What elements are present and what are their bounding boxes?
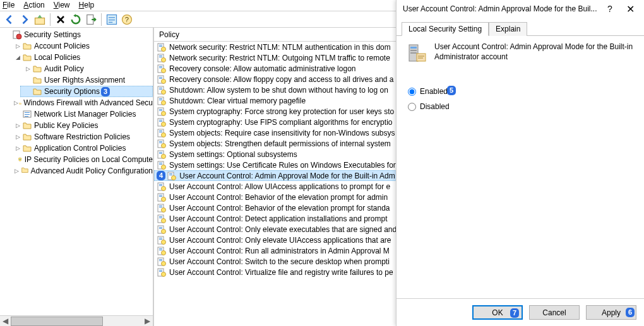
expand-icon[interactable]: ▷ — [14, 100, 18, 106]
tree-node[interactable]: IP Security Policies on Local Compute — [10, 154, 153, 165]
expand-icon[interactable]: ▷ — [14, 43, 21, 49]
scroll-track[interactable] — [11, 317, 142, 326]
properties-dialog: User Account Control: Admin Approval Mod… — [396, 0, 644, 326]
scroll-thumb[interactable] — [11, 317, 103, 326]
svg-rect-106 — [410, 52, 417, 54]
policy-item-label: System cryptography: Use FIPS compliant … — [169, 118, 392, 127]
up-button[interactable] — [33, 13, 47, 26]
svg-point-66 — [172, 175, 176, 180]
policy-item-label: Shutdown: Allow system to be shut down w… — [169, 86, 388, 95]
svg-rect-28 — [159, 77, 162, 78]
tree-node-label: Security Settings — [24, 30, 81, 39]
expand-icon[interactable]: ◢ — [14, 54, 21, 61]
tree-node[interactable]: ▷Windows Firewall with Advanced Secu — [10, 97, 153, 108]
svg-rect-81 — [159, 218, 162, 218]
tree-node[interactable]: Security Options3 — [20, 86, 153, 97]
radio-disabled-input[interactable] — [408, 103, 416, 111]
folder-icon — [32, 86, 42, 96]
tree-node-label: IP Security Policies on Local Compute — [25, 155, 153, 164]
menu-help[interactable]: Help — [79, 1, 95, 9]
svg-point-102 — [162, 272, 166, 276]
tree-root: Security Settings ▷Account Policies◢Loca… — [0, 28, 153, 178]
forward-button[interactable] — [18, 13, 32, 26]
policy-item-icon — [157, 203, 167, 213]
menu-view[interactable]: View — [54, 1, 70, 9]
menu-file[interactable]: File — [3, 1, 15, 9]
expand-icon[interactable]: ▷ — [14, 122, 21, 129]
policy-item-label: User Account Control: Switch to the secu… — [169, 257, 390, 266]
tree-node[interactable]: ◢Local Policies — [10, 52, 153, 63]
folder-icon — [19, 98, 21, 108]
expand-icon[interactable]: ▷ — [14, 168, 20, 174]
scroll-right-icon[interactable]: ▶ — [142, 317, 153, 326]
tree-node-label: Windows Firewall with Advanced Secu — [23, 98, 153, 107]
back-button[interactable] — [3, 13, 16, 26]
ok-button[interactable]: OK 7 — [472, 305, 523, 320]
svg-text:?: ? — [125, 15, 129, 23]
tree-horizontal-scrollbar[interactable]: ◀ ▶ — [0, 315, 153, 326]
policy-item-icon — [157, 64, 167, 74]
radio-enabled[interactable]: Enabled 5 — [408, 84, 635, 99]
svg-rect-69 — [159, 185, 162, 186]
tree-node-label: Software Restriction Policies — [34, 132, 130, 141]
tree-node[interactable]: Network List Manager Policies — [10, 108, 153, 120]
policy-description-row: User Account Control: Admin Approval Mod… — [405, 42, 635, 65]
svg-point-74 — [162, 197, 166, 201]
menu-action[interactable]: Action — [23, 1, 44, 9]
policy-item-label: User Account Control: Behavior of the el… — [169, 193, 388, 202]
policy-item-label: User Account Control: Virtualize file an… — [169, 268, 393, 277]
tab-explain[interactable]: Explain — [489, 22, 527, 36]
svg-point-82 — [162, 218, 166, 223]
tree-node[interactable]: ▷Software Restriction Policies — [10, 131, 153, 143]
properties-button[interactable] — [105, 13, 119, 26]
svg-rect-17 — [159, 46, 162, 47]
svg-point-9 — [16, 34, 21, 39]
svg-rect-33 — [159, 89, 162, 90]
svg-rect-80 — [159, 216, 162, 217]
svg-point-62 — [162, 165, 166, 169]
svg-point-38 — [162, 100, 166, 105]
column-header-policy[interactable]: Policy — [159, 30, 179, 39]
tree-node-label: Application Control Policies — [34, 144, 126, 153]
scroll-left-icon[interactable]: ◀ — [0, 317, 11, 326]
policy-item-label: User Account Control: Detect application… — [169, 214, 388, 223]
svg-rect-44 — [159, 120, 162, 120]
delete-button[interactable] — [54, 13, 68, 26]
toolbar-separator — [50, 13, 51, 26]
policy-item-label: User Account Control: Only elevate UIAcc… — [169, 236, 391, 245]
expand-icon[interactable]: ▷ — [14, 134, 21, 140]
tree-node[interactable]: ▷Advanced Audit Policy Configuration — [10, 165, 153, 177]
cancel-button[interactable]: Cancel — [529, 305, 580, 320]
svg-rect-37 — [159, 100, 162, 100]
tree-node[interactable]: ▷Public Key Policies — [10, 120, 153, 131]
apply-button[interactable]: Apply 6 — [586, 305, 636, 320]
policy-item-icon — [157, 182, 167, 192]
tree-node[interactable]: User Rights Assignment — [20, 74, 153, 86]
policy-item-icon — [157, 85, 167, 95]
apply-button-label: Apply — [602, 308, 621, 317]
svg-rect-3 — [109, 17, 115, 18]
dialog-help-button[interactable]: ? — [600, 1, 620, 16]
expand-icon[interactable]: ▷ — [24, 66, 32, 72]
export-button[interactable] — [84, 13, 98, 26]
tree-node[interactable]: ▷Audit Policy — [20, 63, 153, 74]
tab-local-security-setting[interactable]: Local Security Setting — [402, 22, 489, 36]
tree-node[interactable]: ▷Application Control Policies — [10, 143, 153, 154]
expand-icon[interactable]: ▷ — [14, 145, 21, 151]
svg-rect-29 — [159, 78, 162, 79]
policy-item-icon — [157, 149, 167, 160]
radio-disabled[interactable]: Disabled — [408, 99, 635, 114]
help-button[interactable]: ? — [120, 13, 134, 26]
refresh-button[interactable] — [69, 13, 83, 26]
svg-rect-93 — [159, 250, 162, 250]
policy-item-icon — [157, 74, 167, 84]
tree-root-node[interactable]: Security Settings — [0, 29, 153, 40]
svg-rect-72 — [159, 195, 162, 195]
radio-enabled-input[interactable] — [408, 88, 416, 96]
policy-item-icon — [157, 257, 167, 267]
policy-item-icon — [157, 267, 167, 277]
policy-item-icon — [157, 42, 167, 52]
svg-rect-64 — [169, 173, 172, 174]
tree-node[interactable]: ▷Account Policies — [10, 40, 153, 52]
dialog-close-button[interactable]: ✕ — [620, 1, 640, 16]
